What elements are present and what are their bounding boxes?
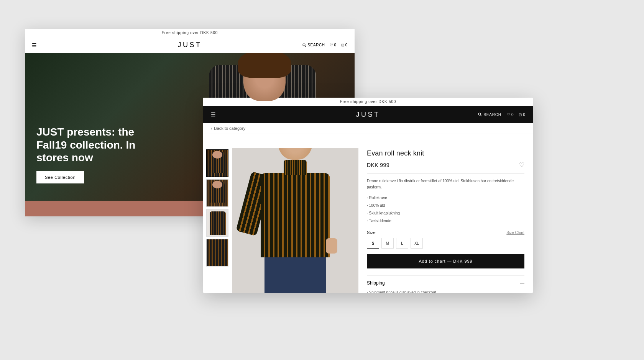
thumbnail-1[interactable] [206, 149, 228, 177]
product-layout: Evan roll neck knit DKK 999 ♡ Denne rull… [203, 134, 533, 293]
w1-cart-button[interactable]: ⊡ 0 [341, 43, 348, 47]
w2-cart-button[interactable]: ⊡ 0 [519, 113, 525, 117]
breadcrumb-bar: ‹ Back to category [203, 123, 533, 134]
size-row: Size Size Chart [367, 230, 524, 235]
hero-text-area: JUST presents: the Fall19 collection. In… [36, 126, 151, 183]
see-collection-button[interactable]: See Collection [36, 171, 84, 183]
w2-bag-icon: ⊡ [519, 113, 522, 117]
w1-wishlist-button[interactable]: ♡ 0 [330, 43, 337, 47]
product-description: Denne rullekrave i fin ribstrik er frems… [367, 178, 524, 190]
thumb-img-1 [207, 150, 228, 177]
w2-nav-right: SEARCH ♡ 0 ⊡ 0 [478, 113, 525, 117]
hero-face [243, 55, 286, 101]
w2-cart-count: 0 [523, 113, 525, 117]
w1-announcement-text: Free shipping over DKK 500 [162, 31, 218, 35]
wishlist-icon[interactable]: ♡ [519, 161, 524, 169]
thumb-img-3 [207, 209, 228, 236]
w2-search-label: SEARCH [483, 113, 501, 117]
add-to-cart-button[interactable]: Add to chart — DKK 999 [367, 254, 524, 268]
w1-nav-right: SEARCH ♡ 0 ⊡ 0 [302, 43, 348, 47]
product-hand [326, 238, 337, 254]
product-head [278, 148, 312, 160]
shipping-item-1: Shipment price is displayed in checkout. [367, 289, 524, 293]
bullet-3: Skjult knaplukning [367, 209, 524, 217]
breadcrumb-text[interactable]: Back to category [214, 126, 245, 131]
thumb-img-2 [207, 180, 228, 206]
bullet-4: Tætsiddende [367, 217, 524, 225]
product-title: Evan roll neck knit [367, 149, 524, 157]
w2-heart-icon: ♡ [507, 113, 510, 117]
w2-wishlist-button[interactable]: ♡ 0 [507, 113, 514, 117]
w2-search-icon [478, 113, 482, 116]
shipping-collapse-icon: — [520, 280, 524, 286]
w1-announcement-bar: Free shipping over DKK 500 [25, 29, 355, 37]
product-turtleneck [284, 160, 307, 175]
bag-icon: ⊡ [341, 43, 345, 47]
search-icon [302, 43, 306, 47]
w1-wishlist-count: 0 [334, 43, 336, 47]
w1-nav-left: ☰ [32, 42, 37, 48]
product-thumbnails [203, 134, 232, 293]
w1-logo: JUST [178, 41, 202, 49]
w1-search-label: SEARCH [307, 43, 325, 47]
heart-icon: ♡ [330, 43, 334, 47]
size-m-button[interactable]: M [381, 238, 394, 249]
breadcrumb-arrow-icon: ‹ [211, 126, 212, 131]
size-s-button[interactable]: S [367, 238, 379, 249]
svg-line-3 [481, 115, 482, 116]
svg-line-1 [305, 46, 306, 47]
w1-cart-count: 0 [345, 43, 348, 47]
svg-point-0 [303, 44, 305, 46]
size-chart-link[interactable]: Size Chart [506, 231, 524, 235]
bullet-1: Rullekrave [367, 194, 524, 202]
size-l-button[interactable]: L [396, 238, 408, 249]
svg-point-2 [478, 113, 481, 115]
hamburger-icon[interactable]: ☰ [32, 42, 37, 48]
thumb-img-4 [207, 239, 228, 266]
w1-navbar: ☰ JUST SEARCH ♡ 0 ⊡ 0 [25, 37, 355, 53]
product-price: DKK 999 [367, 162, 389, 168]
shipping-title: Shipping [367, 280, 385, 286]
main-product-image [232, 148, 358, 293]
product-sweater-body [261, 173, 330, 257]
product-bullets-list: Rullekrave 100% uld Skjult knaplukning T… [367, 194, 524, 225]
w1-search-button[interactable]: SEARCH [302, 43, 325, 47]
product-info-panel: Evan roll neck knit DKK 999 ♡ Denne rull… [358, 134, 533, 293]
size-buttons: S M L XL [367, 238, 524, 249]
shipping-items: Shipment price is displayed in checkout.… [367, 289, 524, 293]
thumbnail-4[interactable] [206, 239, 228, 267]
product-price-row: DKK 999 ♡ [367, 161, 524, 173]
hero-headline: JUST presents: the Fall19 collection. In… [36, 126, 151, 164]
bullet-2: 100% uld [367, 202, 524, 209]
thumbnail-2[interactable] [206, 179, 228, 207]
size-label: Size [367, 230, 376, 235]
shipping-section: Shipping — Shipment price is displayed i… [367, 275, 524, 293]
w2-announcement-text: Free shipping over DKK 500 [340, 100, 396, 104]
w2-wishlist-count: 0 [511, 113, 514, 117]
w2-search-button[interactable]: SEARCH [478, 113, 501, 117]
w2-logo: JUST [356, 111, 380, 118]
w2-navbar: ☰ JUST SEARCH ♡ 0 ⊡ 0 [203, 106, 533, 123]
size-xl-button[interactable]: XL [411, 238, 423, 249]
window-2: Free shipping over DKK 500 ☰ JUST SEARCH… [203, 98, 533, 293]
w2-nav-left: ☰ [211, 111, 216, 118]
thumbnail-3[interactable] [206, 209, 228, 237]
shipping-toggle[interactable]: Shipping — [367, 280, 524, 286]
w2-hamburger-icon[interactable]: ☰ [211, 111, 216, 118]
